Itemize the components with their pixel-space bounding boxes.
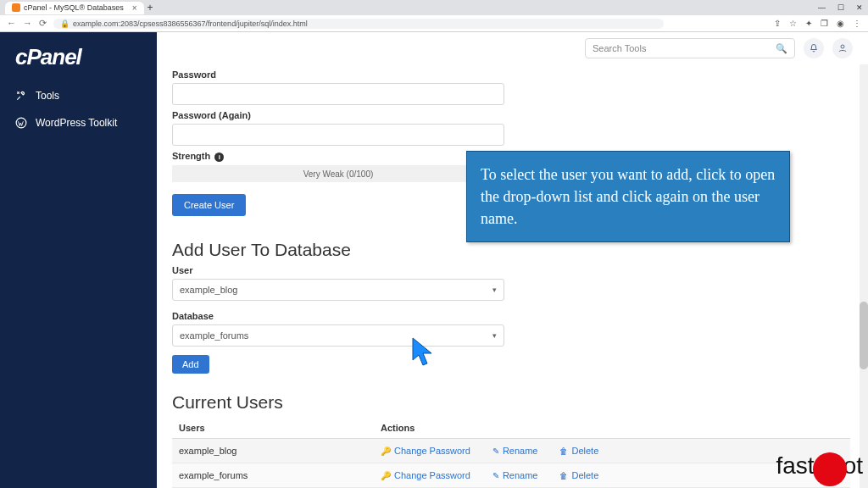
chevron-down-icon: ▾ [492, 286, 497, 294]
password-again-input[interactable] [172, 124, 504, 146]
user-menu-button[interactable] [832, 38, 853, 58]
info-icon[interactable]: i [214, 152, 224, 162]
chevron-down-icon: ▾ [492, 331, 497, 340]
create-user-button[interactable]: Create User [172, 194, 246, 216]
table-row: example_blog 🔑Change Password ✎Rename 🗑D… [172, 439, 850, 463]
window-minimize-icon[interactable]: — [818, 3, 826, 12]
svg-point-0 [16, 118, 26, 128]
nav-forward-icon[interactable]: → [23, 18, 32, 29]
sidebar-item-tools[interactable]: Tools [0, 82, 157, 109]
database-select-label: Database [172, 311, 868, 321]
user-select-label: User [172, 265, 868, 275]
change-password-link[interactable]: 🔑Change Password [381, 470, 470, 480]
star-icon[interactable]: ☆ [789, 19, 797, 28]
rename-link[interactable]: ✎Rename [492, 446, 538, 456]
pencil-icon: ✎ [492, 446, 499, 456]
profile-icon[interactable]: ◉ [837, 19, 844, 28]
tab-favicon [12, 3, 20, 12]
user-select[interactable]: example_blog ▾ [172, 279, 504, 301]
red-dot-icon [813, 452, 847, 486]
browser-tab[interactable]: cPanel - MySQL® Databases × [5, 2, 144, 14]
table-row: example_forums 🔑Change Password ✎Rename … [172, 463, 850, 488]
fastdot-watermark: fastot [776, 449, 864, 483]
delete-link[interactable]: 🗑Delete [559, 470, 598, 480]
url-field[interactable]: 🔒 example.com:2083/cpsess8386556367/fron… [53, 19, 664, 29]
sidebar: cPanel Tools WordPress Toolkit [0, 32, 157, 488]
rename-link[interactable]: ✎Rename [492, 470, 538, 480]
sidebar-item-wordpress-toolkit[interactable]: WordPress Toolkit [0, 109, 157, 136]
sidebar-item-label: Tools [36, 90, 59, 102]
database-select-value: example_forums [180, 330, 248, 341]
new-tab-button[interactable]: + [147, 2, 153, 14]
browser-tab-strip: cPanel - MySQL® Databases × + — ☐ ✕ [0, 0, 868, 15]
trash-icon: 🗑 [559, 446, 568, 456]
window-maximize-icon[interactable]: ☐ [837, 3, 844, 12]
browser-address-bar: ← → ⟳ 🔒 example.com:2083/cpsess838655636… [0, 15, 868, 32]
database-select[interactable]: example_forums ▾ [172, 324, 504, 347]
url-text: example.com:2083/cpsess8386556367/fronte… [73, 19, 308, 28]
menu-icon[interactable]: ⋮ [853, 19, 861, 28]
cpanel-logo: cPanel [0, 44, 157, 82]
add-button[interactable]: Add [172, 355, 209, 374]
nav-back-icon[interactable]: ← [7, 18, 16, 29]
pencil-icon: ✎ [492, 471, 499, 480]
column-header-users: Users [179, 423, 381, 433]
window-controls: — ☐ ✕ [818, 3, 863, 12]
trash-icon: 🗑 [559, 471, 568, 480]
password-input[interactable] [172, 83, 504, 105]
user-select-value: example_blog [180, 285, 238, 295]
main-content: Search Tools 🔍 Password Password (Again)… [157, 32, 868, 488]
key-icon: 🔑 [381, 471, 391, 480]
scroll-thumb[interactable] [860, 302, 868, 369]
change-password-link[interactable]: 🔑Change Password [381, 446, 470, 456]
password-again-label: Password (Again) [172, 110, 868, 120]
tools-icon [15, 90, 27, 102]
scrollbar[interactable] [860, 64, 868, 488]
svg-point-1 [841, 45, 844, 48]
share-icon[interactable]: ⇪ [774, 19, 781, 28]
extensions-icon[interactable]: ✦ [805, 19, 812, 28]
delete-link[interactable]: 🗑Delete [559, 446, 598, 456]
key-icon: 🔑 [381, 446, 391, 456]
wordpress-icon [15, 117, 27, 129]
current-users-heading: Current Users [172, 392, 868, 413]
tab-title: cPanel - MySQL® Databases [24, 3, 124, 12]
search-icon: 🔍 [776, 43, 787, 54]
window-close-icon[interactable]: ✕ [856, 3, 863, 12]
tab-close-icon[interactable]: × [132, 3, 137, 13]
column-header-actions: Actions [381, 423, 843, 433]
current-users-table: Users Actions example_blog 🔑Change Passw… [172, 418, 850, 488]
user-cell: example_forums [179, 470, 381, 480]
topbar: Search Tools 🔍 [157, 32, 868, 64]
search-placeholder: Search Tools [593, 43, 646, 53]
sidebar-item-label: WordPress Toolkit [36, 117, 117, 129]
puzzle-icon[interactable]: ❐ [821, 19, 828, 28]
nav-reload-icon[interactable]: ⟳ [39, 18, 47, 29]
password-label: Password [172, 69, 868, 80]
lock-icon: 🔒 [60, 19, 70, 28]
search-tools-input[interactable]: Search Tools 🔍 [585, 38, 795, 58]
add-user-to-db-heading: Add User To Database [172, 240, 868, 260]
notifications-button[interactable] [804, 38, 824, 58]
strength-meter: Very Weak (0/100) [172, 165, 504, 182]
user-cell: example_blog [179, 446, 381, 456]
tutorial-callout: To select the user you want to add, clic… [466, 151, 790, 242]
